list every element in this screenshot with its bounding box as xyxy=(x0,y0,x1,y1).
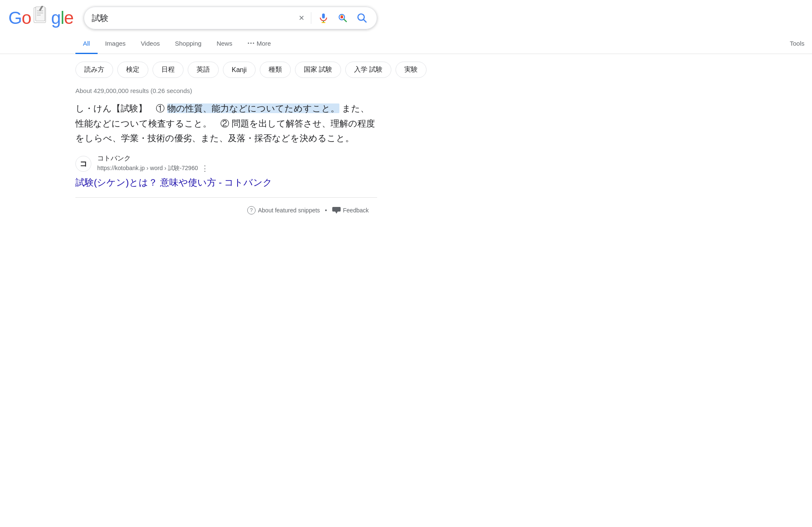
logo-l: l xyxy=(60,8,64,28)
source-url-row: https://kotobank.jp › word › 試験-72960 xyxy=(97,164,209,173)
tab-news[interactable]: News xyxy=(209,34,240,54)
logo-doodle xyxy=(32,6,50,26)
chip-jikken[interactable]: 実験 xyxy=(396,62,427,78)
results-count: About 429,000,000 results (0.26 seconds) xyxy=(0,84,812,101)
logo-o2 xyxy=(31,6,51,30)
chip-kentei[interactable]: 検定 xyxy=(117,62,148,78)
feedback-link[interactable]: Feedback xyxy=(332,207,369,214)
search-icon xyxy=(357,13,367,23)
chip-eigo[interactable]: 英語 xyxy=(188,62,219,78)
svg-marker-19 xyxy=(335,212,338,214)
feedback-text: Feedback xyxy=(343,207,369,214)
about-snippets-text: About featured snippets xyxy=(258,207,320,214)
result-title-link[interactable]: 試験(シケン)とは？ 意味や使い方 - コトバンク xyxy=(75,176,377,189)
chip-shurui[interactable]: 種類 xyxy=(260,62,291,78)
chip-nyugakushiken[interactable]: 入学 試験 xyxy=(345,62,391,78)
chip-nittei[interactable]: 日程 xyxy=(153,62,184,78)
featured-snippet: し・けん【試験】 ① 物の性質、能力などについてためすこと。 また、性能などにつ… xyxy=(75,101,377,189)
mic-button[interactable] xyxy=(316,11,331,25)
search-bar-wrapper: × xyxy=(84,7,377,29)
source-url: https://kotobank.jp › word › 試験-72960 xyxy=(97,165,198,172)
svg-rect-18 xyxy=(332,207,341,212)
clear-button[interactable]: × xyxy=(297,11,306,25)
logo-e: e xyxy=(64,8,73,28)
lens-icon xyxy=(337,13,348,23)
google-logo[interactable]: Go xyxy=(8,6,73,30)
search-button[interactable] xyxy=(355,11,369,25)
definition-highlight: 物の性質、能力などについてためすこと。 xyxy=(167,103,339,113)
logo-g2: g xyxy=(51,8,60,28)
lens-button[interactable] xyxy=(336,11,350,25)
source-favicon: コ xyxy=(75,156,91,172)
about-snippets-link[interactable]: ? About featured snippets xyxy=(247,206,320,214)
search-bar: × xyxy=(84,7,377,29)
clear-icon: × xyxy=(299,13,304,23)
logo-g: G xyxy=(8,8,22,28)
tab-more[interactable]: More xyxy=(240,34,278,54)
footer-separator: • xyxy=(325,207,327,214)
source-row: コ コトバンク https://kotobank.jp › word › 試験-… xyxy=(75,154,377,173)
svg-point-11 xyxy=(341,16,344,19)
svg-line-12 xyxy=(344,19,347,22)
logo-o1: o xyxy=(22,8,31,28)
svg-rect-7 xyxy=(322,13,325,18)
snippet-definition: し・けん【試験】 ① 物の性質、能力などについてためすこと。 また、性能などにつ… xyxy=(75,101,377,146)
svg-line-14 xyxy=(364,20,366,22)
search-input[interactable] xyxy=(92,13,292,23)
chip-kokkashiken[interactable]: 国家 試験 xyxy=(295,62,341,78)
snippet-footer: ? About featured snippets • Feedback xyxy=(75,206,377,214)
tab-videos[interactable]: Videos xyxy=(133,34,168,54)
source-name: コトバンク xyxy=(97,154,209,163)
chip-yomikata[interactable]: 読み方 xyxy=(75,62,113,78)
info-icon: ? xyxy=(247,206,256,214)
source-info: コトバンク https://kotobank.jp › word › 試験-72… xyxy=(97,154,209,173)
nav-tabs: All Images Videos Shopping News More Too… xyxy=(0,34,812,54)
svg-point-17 xyxy=(253,43,254,44)
logo-area: Go xyxy=(8,6,75,30)
chip-kanji[interactable]: Kanji xyxy=(223,62,256,78)
tab-shopping[interactable]: Shopping xyxy=(167,34,209,54)
logo-text: Go xyxy=(8,6,73,30)
mic-icon xyxy=(318,13,329,23)
source-options-button[interactable] xyxy=(201,164,209,173)
search-divider xyxy=(311,12,311,24)
tab-all[interactable]: All xyxy=(75,34,98,54)
more-dots-icon xyxy=(247,39,255,47)
svg-point-16 xyxy=(251,43,252,44)
separator-line xyxy=(75,197,377,198)
definition-before: し・けん【試験】 ① xyxy=(75,103,167,113)
header: Go xyxy=(0,0,812,30)
main-content: し・けん【試験】 ① 物の性質、能力などについてためすこと。 また、性能などにつ… xyxy=(0,101,377,214)
chips-row: 読み方 検定 日程 英語 Kanji 種類 国家 試験 入学 試験 実験 xyxy=(0,54,812,84)
tab-images[interactable]: Images xyxy=(98,34,133,54)
feedback-icon xyxy=(332,207,341,214)
svg-point-15 xyxy=(248,43,249,44)
tab-tools[interactable]: Tools xyxy=(782,34,812,54)
